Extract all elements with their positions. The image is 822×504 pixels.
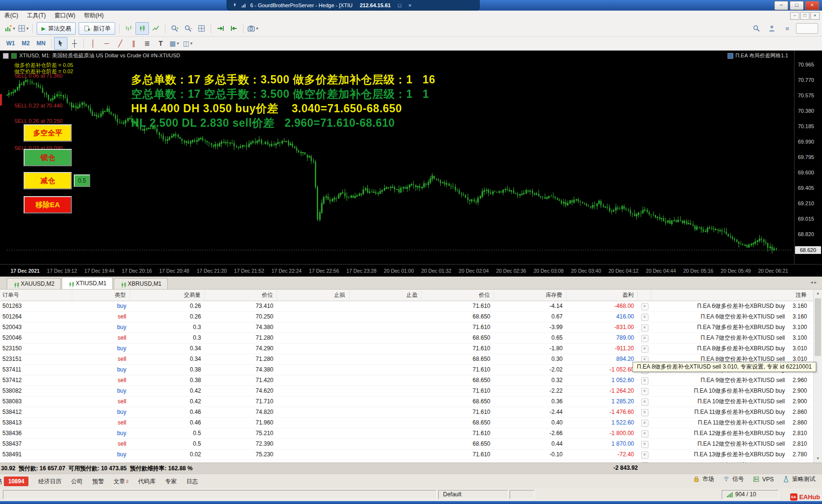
close-all-button[interactable]: 多空全平 xyxy=(24,124,72,142)
position-row[interactable]: 538412buy0.4674.82071.610-2.44-1 476.60×… xyxy=(0,407,814,418)
close-position-icon[interactable]: × xyxy=(641,430,648,438)
tab-scroll-arrows[interactable]: ◂▸ xyxy=(810,279,818,285)
chart-window[interactable]: XTIUSD, M1: 美国轻质低硫原油 US Dollar vs Crude … xyxy=(0,51,822,277)
position-row[interactable]: 537412sell0.3871.42068.6500.321 052.60×П… xyxy=(0,375,814,386)
scrollbar-thumb[interactable] xyxy=(815,298,821,356)
position-row[interactable]: 520046sell0.371.28068.6500.65789.00×П.EA… xyxy=(0,333,814,344)
close-position-icon[interactable]: × xyxy=(641,388,648,395)
chart-tab-xbrusd-m1[interactable]: XBRUSD,M1 xyxy=(114,278,168,289)
toolbox-tab[interactable]: 文章2 xyxy=(108,474,133,489)
scroll-up-icon[interactable]: ▲ xyxy=(814,290,822,297)
column-header-8[interactable]: 库存费 xyxy=(494,290,566,301)
auto-scroll-icon[interactable] xyxy=(214,22,227,35)
close-position-icon[interactable]: × xyxy=(641,409,648,416)
price-axis[interactable]: 70.96570.77070.57570.38070.18569.99069.7… xyxy=(794,51,822,264)
object-list-icon[interactable]: ≡ xyxy=(781,22,794,35)
column-header-3[interactable]: 交易量 xyxy=(130,290,205,301)
close-position-icon[interactable]: × xyxy=(641,398,648,406)
timeframe-button[interactable]: MN xyxy=(33,39,49,48)
quick-vps-button[interactable]: VPS xyxy=(753,476,774,483)
candlestick-chart-icon[interactable] xyxy=(135,22,149,35)
position-row[interactable]: 538083sell0.4271.71068.6500.361 285.20×П… xyxy=(0,397,814,407)
profile-cell[interactable]: Default xyxy=(438,490,508,499)
column-header-9[interactable]: 盈利 xyxy=(566,290,638,301)
cursor-tool-icon[interactable] xyxy=(54,37,67,50)
search-icon[interactable] xyxy=(750,22,763,35)
quick-flask-button[interactable]: 策略测试 xyxy=(782,475,815,483)
layout-selector-button[interactable] xyxy=(796,23,818,34)
close-position-icon[interactable]: × xyxy=(641,314,648,321)
position-row[interactable]: 501263buy0.2673.41071.610-4.14-468.00×П.… xyxy=(0,301,814,312)
position-row[interactable]: 538413sell0.4671.96068.6500.401 522.60×П… xyxy=(0,418,814,428)
menu-item[interactable]: 工具(T) xyxy=(23,12,50,20)
arrows-tool-icon[interactable]: ◫▾ xyxy=(181,37,194,50)
tab-trade[interactable]: 交易10894 xyxy=(0,474,33,489)
trendline-tool-icon[interactable]: ╱ xyxy=(113,37,127,50)
fibonacci-tool-icon[interactable]: ≣ xyxy=(140,37,154,50)
connection-cell[interactable]: 904 / 10 xyxy=(722,490,779,499)
position-row[interactable]: 538437sell0.572.39068.6500.441 870.00×П.… xyxy=(0,439,814,450)
close-position-icon[interactable]: × xyxy=(641,303,648,310)
restore-button[interactable]: □ xyxy=(790,1,804,10)
position-row[interactable]: 501264sell0.2670.25068.6500.67416.00×П.E… xyxy=(0,312,814,322)
rdp-close-button[interactable]: × xyxy=(408,2,411,8)
user-account-icon[interactable] xyxy=(765,22,779,35)
mdi-close-button[interactable]: × xyxy=(810,12,820,20)
scroll-down-icon[interactable]: ▼ xyxy=(814,455,822,463)
line-chart-icon[interactable] xyxy=(149,22,162,35)
shapes-tool-icon[interactable]: ▦▾ xyxy=(167,37,181,50)
position-row[interactable]: 538436buy0.575.21071.610-2.66-1 800.00×П… xyxy=(0,428,814,439)
timeframe-button[interactable]: W1 xyxy=(3,39,18,48)
column-header-1[interactable]: 订单号 xyxy=(0,290,72,301)
close-position-icon[interactable]: × xyxy=(641,324,648,332)
toolbox-tab[interactable]: 代码库 xyxy=(133,474,160,489)
column-header-5[interactable]: 止损 xyxy=(277,290,350,301)
close-position-icon[interactable]: × xyxy=(641,377,648,385)
quick-signal-button[interactable]: 信号 xyxy=(723,475,744,483)
mdi-minimize-button[interactable]: − xyxy=(790,12,799,20)
toolbox-tab[interactable]: 专家 xyxy=(160,474,181,489)
menu-item[interactable]: 表(C) xyxy=(0,12,23,20)
chart-shift-icon[interactable] xyxy=(227,22,241,35)
table-scrollbar[interactable]: ▲ ▼ xyxy=(813,290,822,463)
column-header-7[interactable]: 价位 xyxy=(422,290,494,301)
toolbox-tab[interactable]: 经济日历 xyxy=(33,474,66,489)
reduce-position-button[interactable]: 减仓 xyxy=(24,172,72,189)
lock-position-button[interactable]: 锁仓 xyxy=(24,149,72,166)
column-header-4[interactable]: 价位 xyxy=(205,290,277,301)
toolbox-tab[interactable]: 日志 xyxy=(181,474,202,489)
close-position-icon[interactable]: × xyxy=(641,345,648,353)
mdi-restore-button[interactable]: □ xyxy=(800,12,809,20)
close-button[interactable]: × xyxy=(805,1,819,10)
position-row[interactable]: 538491buy0.0275.23071.610-0.10-72.40×П.E… xyxy=(0,450,814,460)
snapshot-icon[interactable]: ▾ xyxy=(246,22,259,35)
quick-lock-button[interactable]: 市场 xyxy=(693,475,714,483)
chart-tab-xauusd-m2[interactable]: XAUUSD,M2 xyxy=(7,278,61,289)
toolbox-tab[interactable]: 公司 xyxy=(66,474,87,489)
channel-tool-icon[interactable]: ∥ xyxy=(127,37,140,50)
rdp-connection-bar[interactable]: 6 - GourdBrotherProServer - Hedge - [XTI… xyxy=(227,0,480,11)
close-position-icon[interactable]: × xyxy=(641,335,648,342)
new-chart-icon[interactable]: ▾ xyxy=(3,22,16,35)
timeframe-button[interactable]: M2 xyxy=(18,39,33,48)
column-header-2[interactable]: 类型 xyxy=(72,290,130,301)
algo-trading-button[interactable]: ▶ 算法交易 xyxy=(37,22,76,35)
tile-windows-icon[interactable] xyxy=(195,22,208,35)
bar-chart-icon[interactable] xyxy=(122,22,135,35)
profiles-icon[interactable]: ▾ xyxy=(16,22,30,35)
vertical-line-tool-icon[interactable]: │ xyxy=(86,37,100,50)
position-row[interactable]: 520043buy0.374.38071.610-3.99-831.00×П.E… xyxy=(0,322,814,333)
rdp-restore-button[interactable]: □ xyxy=(398,2,401,8)
menu-item[interactable]: 窗口(W) xyxy=(50,12,80,20)
close-position-icon[interactable]: × xyxy=(641,420,648,427)
crosshair-tool-icon[interactable]: ┼ xyxy=(67,37,81,50)
position-row[interactable]: 538082buy0.4274.62071.610-2.22-1 264.20×… xyxy=(0,386,814,397)
text-tool-icon[interactable]: T xyxy=(154,37,167,50)
pin-icon[interactable] xyxy=(232,2,238,8)
toolbox-tab[interactable]: 预警 xyxy=(87,474,108,489)
time-axis[interactable]: 17 Dec 202117 Dec 19:1217 Dec 19:4417 De… xyxy=(0,264,822,277)
column-header-6[interactable]: 止盈 xyxy=(350,290,422,301)
column-header-10[interactable] xyxy=(638,290,651,301)
close-position-icon[interactable]: × xyxy=(641,441,648,448)
new-order-button[interactable]: 新订单 xyxy=(79,22,115,35)
